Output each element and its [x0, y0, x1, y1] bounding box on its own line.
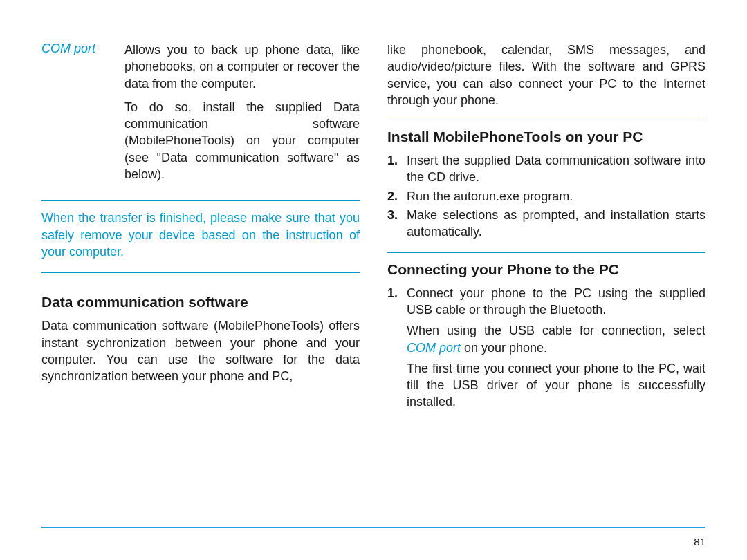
com-port-inline: COM port	[407, 341, 461, 355]
connect-1b-post: on your phone.	[461, 341, 547, 355]
page-number: 81	[694, 536, 706, 548]
list-text: Run the autorun.exe program.	[407, 188, 706, 205]
com-port-term: COM port	[42, 41, 111, 189]
list-text: Insert the supplied Data communication s…	[407, 152, 706, 186]
page-columns: COM port Allows you to back up phone dat…	[42, 41, 706, 522]
com-port-definition-row: COM port Allows you to back up phone dat…	[42, 41, 360, 189]
data-software-heading: Data communication software	[42, 294, 360, 310]
install-heading: Install MobilePhoneTools on your PC	[387, 129, 706, 145]
list-item: 1. Connect your phone to the PC using th…	[387, 285, 706, 411]
transfer-note: When the transfer is finished, please ma…	[42, 209, 360, 260]
data-software-para-continued: like phonebook, calendar, SMS messages, …	[387, 41, 706, 109]
divider	[42, 200, 360, 201]
list-number: 2.	[387, 188, 407, 205]
list-item: 2. Run the autorun.exe program.	[387, 188, 706, 205]
com-port-def-para-1: Allows you to back up phone data, like p…	[124, 41, 360, 92]
list-number: 1.	[387, 285, 407, 411]
list-number: 3.	[387, 207, 407, 241]
list-number: 1.	[387, 152, 407, 186]
list-text: Connect your phone to the PC using the s…	[407, 285, 706, 411]
divider	[42, 272, 360, 273]
connect-list: 1. Connect your phone to the PC using th…	[387, 285, 706, 413]
right-column: like phonebook, calendar, SMS messages, …	[387, 41, 706, 522]
divider	[387, 252, 706, 253]
connect-1b-pre: When using the USB cable for connection,…	[407, 324, 706, 337]
data-software-para: Data communication software (MobilePhone…	[42, 317, 360, 384]
connect-heading: Connecting your Phone to the PC	[387, 261, 706, 278]
com-port-definition: Allows you to back up phone data, like p…	[124, 41, 360, 189]
connect-step-1c: The first time you connect your phone to…	[407, 360, 706, 411]
divider	[387, 120, 706, 120]
connect-step-1a: Connect your phone to the PC using the s…	[407, 286, 706, 317]
install-list: 1. Insert the supplied Data communicatio…	[387, 152, 706, 242]
list-item: 1. Insert the supplied Data communicatio…	[387, 152, 706, 186]
list-item: 3. Make selections as prompted, and inst…	[387, 207, 706, 241]
list-text: Make selections as prompted, and install…	[407, 207, 706, 241]
left-column: COM port Allows you to back up phone dat…	[42, 41, 360, 522]
connect-step-1b: When using the USB cable for connection,…	[407, 322, 706, 356]
footer-rule	[42, 527, 706, 528]
com-port-def-para-2: To do so, install the supplied Data comm…	[124, 99, 360, 183]
